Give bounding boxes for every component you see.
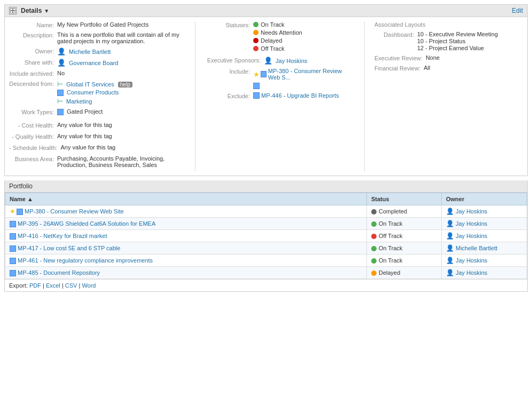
row-5-name-cell: MP-485 - Document Repository	[5, 267, 367, 279]
schedule-health-value: Any value for this tag	[61, 144, 116, 150]
table-header-row: Name ▲ Status Owner	[5, 193, 527, 205]
col-header-status: Status	[367, 193, 442, 205]
assoc-layouts-title: Associated Layouts	[374, 21, 523, 28]
export-excel[interactable]: Excel	[46, 282, 60, 289]
edit-button[interactable]: Edit	[512, 7, 523, 14]
owner-link[interactable]: Michelle Bartlett	[456, 245, 497, 251]
marketing-tree-icon: ⊢	[57, 97, 63, 105]
row-0-name-cell: ★MP-380 - Consumer Review Web Site	[5, 205, 367, 218]
row-2-status-cell: Off Track	[367, 230, 442, 242]
exec-sponsor-person-icon: 👤	[264, 57, 272, 65]
table-row: ★MP-380 - Consumer Review Web SiteComple…	[5, 205, 527, 218]
global-it-tree-icon: ⊢	[57, 80, 63, 88]
dashboard-item-0: 10 - Executive Review Meeting	[417, 31, 498, 37]
owner-person-icon: 👤	[446, 269, 454, 276]
portfolio-title: Portfolio	[9, 182, 33, 190]
marketing-link[interactable]: Marketing	[66, 98, 92, 105]
share-with-person-icon: 👤	[57, 59, 66, 67]
owner-link[interactable]: Jay Hoskins	[456, 208, 487, 215]
help-badge[interactable]: help	[118, 82, 132, 88]
row-3-status-cell: On Track	[367, 242, 442, 255]
description-label: Description:	[9, 31, 57, 38]
include-mp380-link[interactable]: MP-380 - Consumer Review Web S...	[268, 68, 355, 81]
row-0-status-cell: Completed	[367, 205, 442, 218]
row-3-owner-cell: 👤Michelle Bartlett	[442, 242, 527, 255]
export-word[interactable]: Word	[82, 282, 96, 289]
exec-sponsor-link[interactable]: Jay Hoskins	[276, 58, 307, 64]
business-area-label: Business Area:	[9, 155, 57, 162]
share-with-row: Share with: 👤 Governance Board	[9, 59, 185, 67]
details-header: Details ▼ Edit	[5, 5, 527, 17]
cost-health-row: - Cost Health: Any value for this tag	[9, 122, 185, 129]
owner-link[interactable]: Jay Hoskins	[456, 220, 487, 227]
row-1-name-cell: MP-395 - 26AWG Shielded Cat6A Solution f…	[5, 218, 367, 230]
statuses-row: Statuses: On Track Needs Attention Delay…	[205, 21, 355, 53]
owner-person-icon: 👤	[446, 257, 454, 264]
exclude-label: Exclude:	[205, 92, 253, 99]
quality-health-value: Any value for this tag	[57, 133, 112, 139]
owner-person-icon: 👤	[446, 208, 454, 215]
quality-health-label: - Quality Health:	[9, 133, 57, 140]
exclude-values: MP-446 - Upgrade BI Reports	[253, 92, 339, 99]
row-2-owner-cell: 👤Jay Hoskins	[442, 230, 527, 242]
on-track-dot	[253, 22, 259, 27]
dashboard-row: Dashboard: 10 - Executive Review Meeting…	[374, 31, 523, 51]
name-row: Name: My New Portfolio of Gated Projects	[9, 21, 185, 28]
status-needs-attention: Needs Attention	[253, 29, 302, 36]
owner-link[interactable]: Michelle Bartlett	[69, 49, 111, 55]
status-text: On Track	[379, 245, 403, 251]
row-grid-icon	[10, 221, 16, 227]
export-csv[interactable]: CSV	[65, 282, 77, 289]
table-row: MP-416 - NetKey for Brazil marketOff Tra…	[5, 230, 527, 242]
row-name-link[interactable]: MP-485 - Document Repository	[18, 269, 100, 276]
share-with-link[interactable]: Governance Board	[69, 60, 118, 66]
exclude-mp446-link[interactable]: MP-446 - Upgrade BI Reports	[261, 92, 339, 99]
row-name-link[interactable]: MP-395 - 26AWG Shielded Cat6A Solution f…	[18, 220, 155, 227]
row-grid-icon	[10, 245, 16, 252]
exclude-row: Exclude: MP-446 - Upgrade BI Reports	[205, 92, 355, 99]
col-header-owner: Owner	[442, 193, 527, 205]
details-col-3: Associated Layouts Dashboard: 10 - Execu…	[374, 21, 523, 171]
status-dot	[371, 246, 377, 251]
row-grid-icon	[17, 209, 23, 215]
financial-review-label: Financial Review:	[374, 65, 424, 72]
descended-from-label: Descended from:	[9, 80, 57, 87]
include-star-icon: ★	[253, 70, 260, 78]
status-dot	[371, 271, 377, 276]
row-name-link[interactable]: MP-461 - New regulatory compliance impro…	[18, 257, 153, 264]
row-name-link[interactable]: MP-380 - Consumer Review Web Site	[25, 208, 124, 215]
col-divider-2	[364, 21, 365, 171]
row-grid-icon	[10, 270, 16, 276]
portfolio-header: Portfolio	[5, 180, 527, 193]
status-text: Completed	[379, 208, 407, 215]
table-row: MP-485 - Document RepositoryDelayed👤Jay …	[5, 267, 527, 279]
export-pdf[interactable]: PDF	[29, 282, 41, 289]
executive-review-value: None	[426, 54, 440, 61]
exec-sponsors-value: 👤 Jay Hoskins	[264, 57, 307, 65]
global-it-link[interactable]: Global IT Services	[66, 81, 114, 88]
col-header-name[interactable]: Name ▲	[5, 193, 367, 205]
row-name-link[interactable]: MP-417 - Low cost 5E and 6 STP cable	[18, 245, 120, 251]
owner-link[interactable]: Jay Hoskins	[456, 257, 487, 264]
include-archived-row: Include archived: No	[9, 70, 185, 77]
exec-sponsors-label: Executive Sponsors:	[205, 57, 264, 63]
executive-review-row: Executive Review: None	[374, 54, 523, 61]
details-chevron-icon[interactable]: ▼	[44, 8, 49, 14]
status-text: On Track	[379, 220, 403, 227]
details-header-left: Details ▼	[9, 7, 49, 14]
name-label: Name:	[9, 21, 57, 28]
row-3-name-cell: MP-417 - Low cost 5E and 6 STP cable	[5, 242, 367, 255]
include-grid-icon	[261, 71, 267, 77]
exclude-grid-icon	[253, 92, 260, 99]
owner-link[interactable]: Jay Hoskins	[456, 233, 487, 239]
row-name-link[interactable]: MP-416 - NetKey for Brazil market	[18, 233, 107, 239]
delayed-dot	[253, 38, 259, 43]
descended-from-values: ⊢ Global IT Services help Consumer Produ…	[57, 80, 132, 105]
cost-health-value: Any value for this tag	[57, 122, 112, 128]
dashboard-values: 10 - Executive Review Meeting 10 - Proje…	[417, 31, 498, 51]
owner-link[interactable]: Jay Hoskins	[456, 269, 487, 276]
descended-item-1: Consumer Products	[57, 89, 132, 96]
row-4-name-cell: MP-461 - New regulatory compliance impro…	[5, 255, 367, 267]
consumer-products-link[interactable]: Consumer Products	[67, 89, 119, 96]
schedule-health-row: - Schedule Health: Any value for this ta…	[9, 144, 185, 151]
